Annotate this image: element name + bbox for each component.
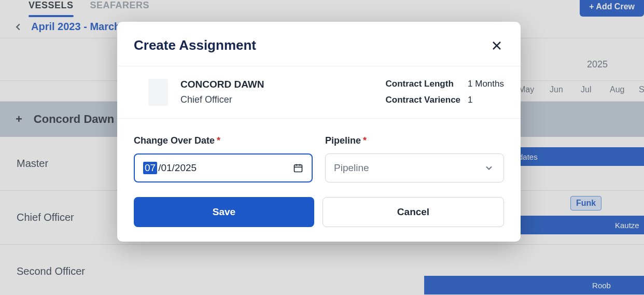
modal-title: Create Assignment bbox=[134, 37, 256, 53]
pipeline-label: Pipeline* bbox=[325, 135, 504, 146]
calendar-icon[interactable] bbox=[293, 163, 303, 173]
close-button[interactable] bbox=[489, 38, 504, 53]
create-assignment-modal: Create Assignment CONCORD DAWN Chief Off… bbox=[117, 22, 521, 242]
pipeline-placeholder: Pipeline bbox=[334, 162, 369, 174]
save-button[interactable]: Save bbox=[134, 197, 314, 227]
chevron-down-icon bbox=[484, 163, 494, 173]
contract-variance-label: Contract Varience bbox=[386, 95, 461, 106]
contract-variance-value: 1 bbox=[468, 95, 504, 106]
date-rest: /01/2025 bbox=[158, 162, 197, 174]
modal-rank: Chief Officer bbox=[180, 94, 264, 105]
date-day-selected: 07 bbox=[143, 162, 157, 174]
vessel-thumbnail bbox=[148, 79, 168, 106]
contract-length-value: 1 Months bbox=[468, 79, 504, 90]
svg-rect-2 bbox=[295, 165, 302, 172]
modal-vessel-name: CONCORD DAWN bbox=[180, 79, 264, 90]
contract-length-label: Contract Length bbox=[386, 79, 461, 90]
cancel-button[interactable]: Cancel bbox=[323, 197, 504, 227]
change-over-date-input[interactable]: 07 /01/2025 bbox=[134, 153, 313, 182]
change-over-date-label: Change Over Date* bbox=[134, 135, 313, 146]
pipeline-select[interactable]: Pipeline bbox=[325, 153, 504, 182]
